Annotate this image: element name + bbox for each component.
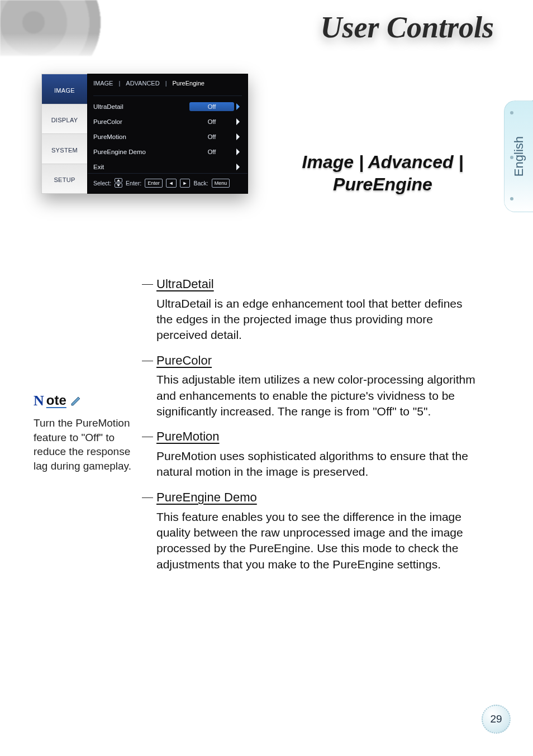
note-text: Turn the PureMotion feature to "Off" to … [34, 416, 145, 473]
dot-icon [510, 197, 513, 200]
osd-footer-enter-label: Enter: [126, 180, 141, 186]
note-column: Note Turn the PureMotion feature to "Off… [34, 274, 145, 581]
chevron-right-icon [234, 148, 242, 156]
body-ultradetail: UltraDetail is an edge enhancement tool … [156, 296, 480, 343]
breadcrumb-c: PureEngine [172, 80, 204, 87]
osd-row-value: Off [189, 149, 234, 155]
note-badge-initial: N [34, 391, 44, 410]
main-column: UltraDetail UltraDetail is an edge enhan… [156, 274, 480, 581]
menu-key-icon: Menu [212, 179, 230, 188]
body-purecolor: This adjustable item utilizes a new colo… [156, 372, 480, 419]
osd-panel: IMAGE | ADVANCED | PureEngine UltraDetai… [87, 74, 248, 194]
dot-icon [510, 111, 513, 114]
osd-footer: Select: Enter: Enter ◄ ► Back: Menu [88, 173, 248, 193]
osd-row-puremotion[interactable]: PureMotion Off [93, 131, 242, 143]
osd-footer-select-label: Select: [93, 180, 111, 186]
osd-tab-system[interactable]: SYSTEM [42, 134, 87, 164]
osd-breadcrumb: IMAGE | ADVANCED | PureEngine [88, 74, 248, 91]
osd-row-pureengine-demo[interactable]: PureEngine Demo Off [93, 146, 242, 158]
note-badge-rest: ote [46, 391, 66, 409]
language-tab-label: English [512, 136, 526, 176]
body-puremotion: PureMotion uses sophisticated algorithms… [156, 448, 480, 480]
heading-purecolor: PureColor [156, 352, 480, 369]
osd-row-value: Off [189, 118, 234, 125]
osd-row-value: Off [189, 102, 234, 111]
language-tab[interactable]: English [504, 101, 533, 212]
page-number-badge: 29 [482, 705, 511, 734]
chevron-right-icon [234, 118, 242, 126]
chevron-right-icon [234, 103, 242, 111]
heading-pureengine-demo: PureEngine Demo [156, 489, 480, 506]
note-badge: Note [34, 391, 145, 410]
dot-icon [510, 156, 513, 159]
osd-row-label: PureEngine Demo [93, 149, 189, 155]
osd-tab-display[interactable]: DISPLAY [42, 104, 87, 135]
left-key-icon: ◄ [166, 179, 177, 188]
content: Note Turn the PureMotion feature to "Off… [34, 274, 480, 581]
breadcrumb-a: IMAGE [93, 80, 113, 87]
right-key-icon: ► [180, 179, 191, 188]
osd-row-label: PureMotion [93, 133, 189, 140]
osd-row-ultradetail[interactable]: UltraDetail Off [93, 101, 242, 113]
osd-row-label: UltraDetail [93, 103, 189, 110]
osd-left-tabs: IMAGE DISPLAY SYSTEM SETUP [41, 74, 87, 194]
osd-row-purecolor[interactable]: PureColor Off [93, 116, 242, 128]
osd-row-label: PureColor [93, 118, 189, 125]
page-title: User Controls [320, 10, 494, 45]
pencil-icon [70, 395, 82, 407]
osd-menu: IMAGE DISPLAY SYSTEM SETUP IMAGE | ADVAN… [41, 74, 248, 194]
osd-row-exit[interactable]: Exit [93, 161, 242, 173]
osd-row-label: Exit [93, 164, 189, 170]
chevron-right-icon [234, 163, 242, 171]
section-title: Image | Advanced | PureEngine [279, 151, 486, 195]
osd-tab-image[interactable]: IMAGE [42, 74, 87, 104]
breadcrumb-sep-icon: | [118, 80, 120, 87]
osd-tab-setup[interactable]: SETUP [42, 164, 87, 194]
osd-row-value: Off [189, 133, 234, 140]
body-pureengine-demo: This feature enables you to see the diff… [156, 509, 480, 572]
heading-puremotion: PureMotion [156, 428, 480, 445]
osd-list: UltraDetail Off PureColor Off PureMotion… [88, 98, 248, 173]
enter-key-icon: Enter [145, 179, 163, 188]
osd-divider [93, 95, 242, 96]
breadcrumb-b: ADVANCED [126, 80, 159, 87]
osd-footer-back-label: Back: [193, 180, 208, 186]
breadcrumb-sep-icon: | [165, 80, 167, 87]
chevron-right-icon [234, 133, 242, 141]
heading-ultradetail: UltraDetail [156, 276, 480, 293]
up-down-icon [115, 178, 122, 188]
